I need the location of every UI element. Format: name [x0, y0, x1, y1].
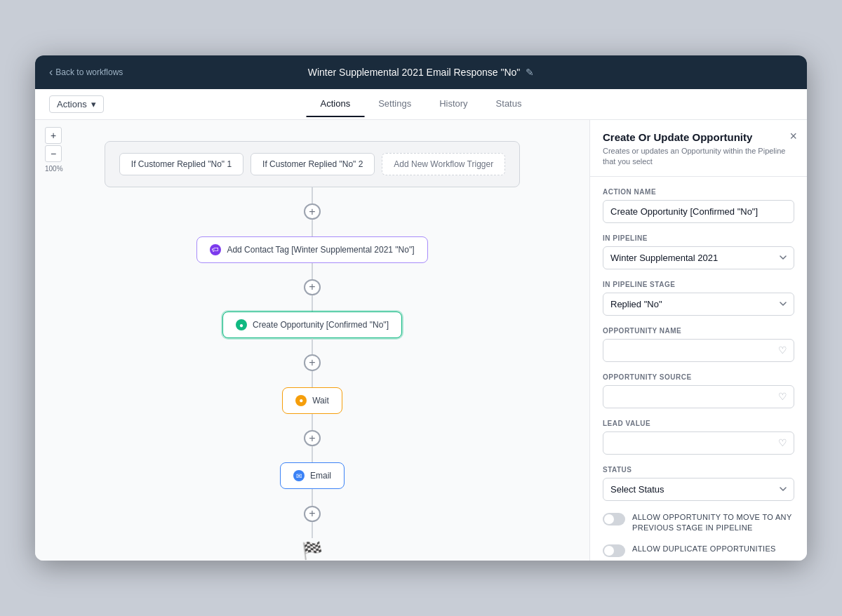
canvas-controls: + − 100%: [45, 127, 63, 173]
connector-line-9: [312, 489, 313, 505]
opportunity-name-field-group: OPPORTUNITY NAME ♡: [603, 327, 794, 362]
tab-settings[interactable]: Settings: [364, 91, 425, 117]
tag-node-label: Add Contact Tag [Winter Supplemental 202…: [227, 245, 414, 255]
lead-value-input-wrapper: ♡: [603, 431, 794, 455]
lead-value-icon: ♡: [778, 437, 787, 448]
email-action-node[interactable]: ✉ Email: [280, 462, 345, 489]
connector-line-10: [312, 522, 313, 538]
add-node-btn-3[interactable]: +: [304, 354, 321, 370]
allow-previous-stage-label: ALLOW OPPORTUNITY TO MOVE TO ANY PREVIOU…: [632, 512, 794, 534]
workflow-name: Winter Supplemental 2021 Email Response …: [308, 67, 521, 78]
add-node-btn-4[interactable]: +: [304, 430, 321, 446]
in-pipeline-select[interactable]: Winter Supplemental 2021: [603, 246, 794, 269]
tag-action-node[interactable]: 🏷 Add Contact Tag [Winter Supplemental 2…: [196, 236, 427, 263]
email-icon: ✉: [293, 470, 305, 481]
opportunity-source-icon: ♡: [778, 391, 787, 402]
allow-previous-stage-row: ALLOW OPPORTUNITY TO MOVE TO ANY PREVIOU…: [603, 512, 794, 534]
connector-line-7: [312, 414, 313, 430]
action-name-field-group: ACTION NAME: [603, 188, 794, 223]
trigger-node-2[interactable]: If Customer Replied "No" 2: [250, 153, 375, 175]
tab-actions[interactable]: Actions: [307, 91, 365, 117]
nav-tabs: Actions ▾ Actions Settings History Statu…: [35, 89, 807, 120]
allow-duplicate-row: ALLOW DUPLICATE OPPORTUNITIES: [603, 544, 794, 557]
opportunity-node-label: Create Opportunity [Confirmed "No"]: [253, 320, 389, 330]
tab-history[interactable]: History: [425, 91, 481, 117]
connector-line-8: [312, 446, 313, 462]
workflow-title: Winter Supplemental 2021 Email Response …: [308, 67, 535, 78]
in-pipeline-label: IN PIPELINE: [603, 234, 794, 242]
opportunity-icon: ●: [236, 319, 247, 330]
connector-line-1: [312, 187, 313, 203]
lead-value-label: LEAD VALUE: [603, 420, 794, 427]
in-pipeline-stage-select[interactable]: Replied "No": [603, 293, 794, 316]
add-trigger-btn[interactable]: Add New Workflow Trigger: [382, 153, 505, 175]
opportunity-source-input[interactable]: [603, 385, 794, 408]
tab-status[interactable]: Status: [482, 91, 536, 117]
opportunity-action-node[interactable]: ● Create Opportunity [Confirmed "No"]: [222, 312, 402, 338]
panel-title: Create Or Update Opportunity: [603, 131, 794, 143]
opportunity-source-input-wrapper: ♡: [603, 385, 794, 408]
status-select[interactable]: Select Status: [603, 478, 794, 501]
close-panel-btn[interactable]: ×: [789, 130, 797, 142]
add-node-btn-2[interactable]: +: [304, 279, 321, 295]
allow-duplicate-toggle[interactable]: [603, 544, 625, 557]
trigger-box: If Customer Replied "No" 1 If Customer R…: [105, 141, 520, 187]
zoom-out-btn[interactable]: −: [45, 145, 62, 162]
opportunity-name-input[interactable]: [603, 339, 794, 362]
opportunity-name-icon: ♡: [778, 344, 787, 356]
allow-previous-stage-toggle[interactable]: [603, 513, 625, 525]
zoom-label: 100%: [45, 165, 63, 173]
opportunity-source-field-group: OPPORTUNITY SOURCE ♡: [603, 373, 794, 408]
allow-duplicate-label: ALLOW DUPLICATE OPPORTUNITIES: [632, 544, 776, 554]
actions-dropdown-label: Actions: [57, 99, 87, 109]
app-container: Back to workflows Winter Supplemental 20…: [35, 55, 807, 561]
action-name-input[interactable]: [603, 200, 794, 223]
add-node-btn-1[interactable]: +: [304, 203, 321, 220]
wait-icon: ●: [295, 395, 307, 406]
add-node-btn-5[interactable]: +: [304, 506, 321, 522]
back-to-workflows-link[interactable]: Back to workflows: [49, 66, 123, 79]
wait-action-node[interactable]: ● Wait: [282, 387, 342, 414]
chevron-down-icon: ▾: [91, 99, 96, 109]
right-panel: Create Or Update Opportunity Creates or …: [589, 120, 807, 561]
tabs-center: Actions Settings History Status: [307, 91, 536, 117]
status-field-group: STATUS Select Status: [603, 466, 794, 501]
opportunity-source-label: OPPORTUNITY SOURCE: [603, 373, 794, 381]
opportunity-name-input-wrapper: ♡: [603, 339, 794, 362]
connector-line-4: [312, 295, 313, 312]
connector-line-3: [312, 263, 313, 279]
panel-body: ACTION NAME IN PIPELINE Winter Supplemen…: [590, 177, 807, 561]
in-pipeline-stage-field-group: IN PIPELINE STAGE Replied "No": [603, 281, 794, 316]
trigger-node-1[interactable]: If Customer Replied "No" 1: [119, 153, 243, 175]
workflow-canvas: If Customer Replied "No" 1 If Customer R…: [35, 120, 589, 561]
main-content: + − 100% If Customer Replied "No" 1 If C…: [35, 120, 807, 561]
connector-line-5: [312, 338, 313, 354]
panel-subtitle: Creates or updates an Opportunity within…: [603, 146, 794, 168]
tag-icon: 🏷: [210, 244, 221, 255]
in-pipeline-stage-label: IN PIPELINE STAGE: [603, 281, 794, 288]
actions-dropdown[interactable]: Actions ▾: [49, 95, 104, 113]
zoom-in-btn[interactable]: +: [45, 127, 62, 144]
lead-value-field-group: LEAD VALUE ♡: [603, 420, 794, 455]
panel-header: Create Or Update Opportunity Creates or …: [590, 120, 807, 177]
action-name-label: ACTION NAME: [603, 188, 794, 196]
opportunity-name-label: OPPORTUNITY NAME: [603, 327, 794, 335]
top-bar: Back to workflows Winter Supplemental 20…: [35, 55, 807, 89]
finish-flag: 🏁: [302, 541, 323, 561]
wait-node-label: Wait: [312, 396, 329, 406]
in-pipeline-field-group: IN PIPELINE Winter Supplemental 2021: [603, 234, 794, 269]
edit-title-icon[interactable]: ✎: [526, 67, 534, 78]
status-label: STATUS: [603, 466, 794, 474]
email-node-label: Email: [310, 471, 331, 481]
canvas-area: + − 100% If Customer Replied "No" 1 If C…: [35, 120, 589, 561]
connector-line-2: [312, 220, 313, 236]
lead-value-input[interactable]: [603, 431, 794, 455]
connector-line-6: [312, 371, 313, 387]
